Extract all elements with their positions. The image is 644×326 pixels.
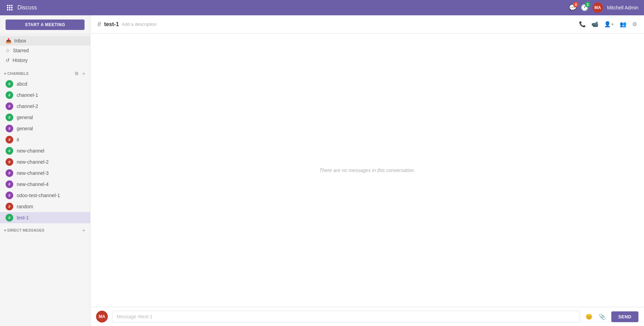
start-meeting-button[interactable]: START A MEETING: [6, 20, 85, 30]
channels-add-btn[interactable]: +: [82, 70, 86, 77]
channel-hash-icon: #: [6, 203, 13, 210]
channel-hash-icon: #: [6, 192, 13, 199]
channel-item-it[interactable]: #it: [0, 134, 90, 145]
channel-item-new-channel-3[interactable]: #new-channel-3: [0, 168, 90, 179]
channel-item-new-channel[interactable]: #new-channel: [0, 145, 90, 156]
chat-input-area: MA 😊 📎 SEND: [90, 307, 644, 326]
chat-header-left: # test-1 Add a description: [97, 20, 157, 28]
video-icon[interactable]: 📹: [591, 21, 598, 28]
user-avatar[interactable]: MA: [593, 2, 603, 13]
channel-hash-icon: #: [6, 136, 13, 143]
emoji-button[interactable]: 😊: [584, 312, 594, 321]
activity-badge: 3: [585, 2, 590, 7]
chat-description-placeholder[interactable]: Add a description: [122, 22, 157, 27]
channel-label: general: [17, 115, 33, 120]
channel-hash-icon: #: [6, 80, 13, 88]
phone-icon[interactable]: 📞: [579, 21, 586, 28]
channel-label: general: [17, 126, 33, 131]
channel-label: new-channel-4: [17, 181, 49, 187]
chat-hash-icon: #: [97, 20, 101, 28]
starred-icon: ☆: [6, 48, 10, 53]
attachment-button[interactable]: 📎: [597, 312, 607, 321]
channel-item-odoo-test-channel-1[interactable]: #odoo-test-channel-1: [0, 190, 90, 201]
send-button[interactable]: SEND: [611, 311, 638, 322]
starred-label: Starred: [13, 48, 29, 53]
channel-hash-icon: #: [6, 169, 13, 177]
channel-hash-icon: #: [6, 114, 13, 121]
sidebar-item-inbox[interactable]: 📥 Inbox: [0, 36, 90, 46]
channel-label: abcd: [17, 81, 27, 87]
chat-title: test-1: [104, 21, 119, 28]
channel-hash-icon: #: [6, 102, 13, 110]
dm-actions: +: [82, 227, 86, 234]
channels-chevron-icon: ▾: [4, 72, 6, 76]
channel-hash-icon: #: [6, 180, 13, 188]
channel-item-test-1[interactable]: #test-1: [0, 212, 90, 223]
history-icon: ↺: [6, 57, 10, 63]
channel-label: new-channel-2: [17, 159, 49, 165]
input-user-avatar: MA: [96, 311, 108, 323]
channel-item-channel-1[interactable]: #channel-1: [0, 90, 90, 101]
inbox-icon: 📥: [6, 38, 11, 44]
chat-input-wrapper: [112, 311, 580, 323]
dm-add-btn[interactable]: +: [82, 227, 86, 234]
settings-gear-icon[interactable]: ⚙: [632, 21, 637, 28]
channel-label: channel-1: [17, 92, 38, 98]
channel-label: new-channel: [17, 148, 44, 154]
main-layout: START A MEETING 📥 Inbox ☆ Starred ↺ Hist…: [0, 15, 644, 326]
user-name: Mitchell Admin: [607, 5, 638, 10]
channel-list: #abcd#channel-1#channel-2#general#genera…: [0, 78, 90, 223]
channel-hash-icon: #: [6, 125, 13, 132]
channel-item-general-1[interactable]: #general: [0, 112, 90, 123]
history-label: History: [13, 57, 28, 63]
sidebar-top: START A MEETING: [0, 15, 90, 34]
app-title: Discuss: [17, 5, 37, 11]
activity-btn[interactable]: 🕐 3: [581, 4, 588, 11]
dm-chevron-icon: ▾: [4, 228, 6, 232]
chat-notifications-btn[interactable]: 💬 4: [569, 4, 577, 11]
channel-item-new-channel-2[interactable]: #new-channel-2: [0, 156, 90, 168]
chat-messages: There are no messages in this conversati…: [90, 33, 644, 307]
channel-label: random: [17, 204, 33, 209]
app-grid-icon[interactable]: [6, 3, 14, 12]
channels-actions: ⚙ +: [74, 70, 86, 77]
channels-settings-btn[interactable]: ⚙: [74, 70, 80, 77]
channel-item-abcd[interactable]: #abcd: [0, 78, 90, 90]
channel-label: channel-2: [17, 103, 38, 109]
direct-messages-section-title[interactable]: ▾ DIRECT MESSAGES: [4, 228, 44, 232]
channel-item-channel-2[interactable]: #channel-2: [0, 101, 90, 112]
channels-section-header: ▾ CHANNELS ⚙ +: [0, 68, 90, 78]
chat-area: # test-1 Add a description 📞 📹 👤+ 👥 ⚙ Th…: [90, 15, 644, 326]
channel-hash-icon: #: [6, 158, 13, 166]
chat-badge: 4: [573, 2, 579, 7]
channel-label: new-channel-3: [17, 170, 49, 176]
add-member-icon[interactable]: 👤+: [604, 21, 614, 28]
chat-header-right: 📞 📹 👤+ 👥 ⚙: [579, 21, 637, 28]
channel-item-new-channel-4[interactable]: #new-channel-4: [0, 179, 90, 190]
message-input[interactable]: [117, 314, 575, 319]
sidebar-nav: 📥 Inbox ☆ Starred ↺ History: [0, 34, 90, 67]
sidebar-item-starred[interactable]: ☆ Starred: [0, 46, 90, 55]
channel-label: test-1: [17, 215, 29, 220]
inbox-label: Inbox: [14, 38, 26, 44]
topbar: Discuss 💬 4 🕐 3 MA Mitchell Admin: [0, 0, 644, 15]
channel-item-general-2[interactable]: #general: [0, 123, 90, 134]
channels-section-title[interactable]: ▾ CHANNELS: [4, 71, 29, 76]
direct-messages-section-header: ▾ DIRECT MESSAGES +: [0, 225, 90, 235]
topbar-right: 💬 4 🕐 3 MA Mitchell Admin: [569, 2, 638, 13]
sidebar-item-history[interactable]: ↺ History: [0, 55, 90, 65]
channel-item-random[interactable]: #random: [0, 201, 90, 212]
topbar-left: Discuss: [6, 3, 37, 12]
channel-label: odoo-test-channel-1: [17, 193, 60, 198]
channel-hash-icon: #: [6, 147, 13, 155]
channel-hash-icon: #: [6, 91, 13, 99]
chat-input-actions: 😊 📎: [584, 312, 607, 321]
channel-label: it: [17, 137, 19, 142]
no-messages-text: There are no messages in this conversati…: [319, 168, 415, 173]
chat-header: # test-1 Add a description 📞 📹 👤+ 👥 ⚙: [90, 15, 644, 33]
channel-hash-icon: #: [6, 214, 13, 222]
members-icon[interactable]: 👥: [620, 21, 627, 28]
sidebar: START A MEETING 📥 Inbox ☆ Starred ↺ Hist…: [0, 15, 90, 326]
